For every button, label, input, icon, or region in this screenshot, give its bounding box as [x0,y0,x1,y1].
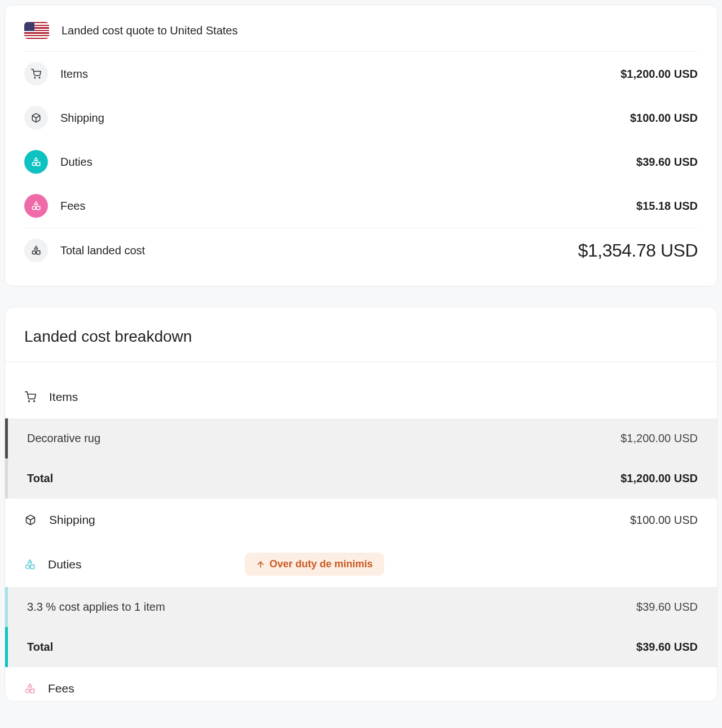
svg-point-12 [29,401,30,402]
svg-point-7 [32,206,36,210]
shipping-label: Shipping [60,112,104,125]
svg-point-10 [32,251,36,254]
breakdown-duties-item-row: 3.3 % cost applies to 1 item $39.60 USD [5,587,717,627]
package-icon [24,106,48,130]
svg-marker-9 [34,246,38,249]
breakdown-items-block: Decorative rug $1,200.00 USD Total $1,20… [5,418,717,498]
svg-point-1 [39,77,40,78]
breakdown-items-total-row: Total $1,200.00 USD [5,458,717,498]
svg-rect-17 [30,564,34,568]
svg-point-13 [34,401,35,402]
breakdown-items-label: Items [49,390,78,404]
shapes-icon [24,683,36,694]
total-value: $1,354.78 USD [578,240,698,261]
breakdown-fees-header: Fees [5,667,717,701]
breakdown-duties-item-value: $39.60 USD [636,601,698,614]
shapes-icon [24,559,36,570]
svg-marker-3 [34,158,38,161]
cart-icon [24,62,48,86]
svg-marker-19 [28,684,32,687]
breakdown-shipping-value: $100.00 USD [630,514,698,527]
items-label: Items [60,68,88,81]
breakdown-title: Landed cost breakdown [24,328,698,346]
shipping-value: $100.00 USD [630,112,698,125]
summary-fees-row: Fees $15.18 USD [24,184,698,228]
summary-title: Landed cost quote to United States [61,24,237,37]
summary-shipping-row: Shipping $100.00 USD [24,96,698,140]
us-flag-icon [24,22,49,39]
breakdown-item-value: $1,200.00 USD [620,432,698,445]
breakdown-item-name: Decorative rug [27,432,100,445]
fees-value: $15.18 USD [636,200,698,213]
breakdown-duties-total-label: Total [27,641,53,654]
svg-point-20 [26,689,30,693]
shapes-icon [24,194,48,218]
de-minimis-badge-label: Over duty de minimis [270,558,373,570]
breakdown-items-header: Items [5,362,717,418]
svg-marker-15 [28,559,32,563]
summary-duties-row: Duties $39.60 USD [24,140,698,184]
summary-header: Landed cost quote to United States [24,22,698,52]
breakdown-shipping-label: Shipping [49,513,95,527]
breakdown-shipping-row: Shipping $100.00 USD [5,498,717,541]
package-icon [24,514,37,526]
breakdown-duties-block: 3.3 % cost applies to 1 item $39.60 USD … [5,587,717,667]
summary-items-row: Items $1,200.00 USD [24,52,698,96]
svg-rect-21 [30,689,34,693]
duties-value: $39.60 USD [636,156,698,169]
duties-label: Duties [60,156,93,169]
svg-point-16 [26,564,30,568]
breakdown-item-row: Decorative rug $1,200.00 USD [5,418,717,458]
items-value: $1,200.00 USD [620,68,698,81]
breakdown-items-total-value: $1,200.00 USD [620,472,698,485]
svg-rect-5 [37,162,40,166]
breakdown-duties-total-row: Total $39.60 USD [5,627,717,667]
breakdown-duties-header: Duties Over duty de minimis [5,541,717,587]
de-minimis-badge: Over duty de minimis [245,553,384,576]
shapes-icon [24,150,48,174]
breakdown-duties-label: Duties [48,558,82,571]
landed-cost-summary-card: Landed cost quote to United States Items… [5,5,717,286]
svg-rect-8 [37,206,40,210]
summary-total-row: Total landed cost $1,354.78 USD [24,228,698,272]
shapes-icon [24,239,48,262]
breakdown-items-total-label: Total [27,472,53,485]
svg-point-4 [32,162,36,166]
svg-point-0 [34,77,36,78]
breakdown-header: Landed cost breakdown [5,307,717,362]
landed-cost-breakdown-card: Landed cost breakdown Items Decorative r… [5,307,717,701]
total-label: Total landed cost [60,244,145,257]
breakdown-duties-item-label: 3.3 % cost applies to 1 item [27,601,165,614]
svg-rect-11 [37,251,40,254]
arrow-up-icon [256,560,265,569]
fees-label: Fees [60,200,85,213]
cart-icon [24,391,37,403]
breakdown-duties-total-value: $39.60 USD [636,641,698,654]
breakdown-fees-label: Fees [48,682,74,695]
svg-marker-6 [34,202,38,205]
